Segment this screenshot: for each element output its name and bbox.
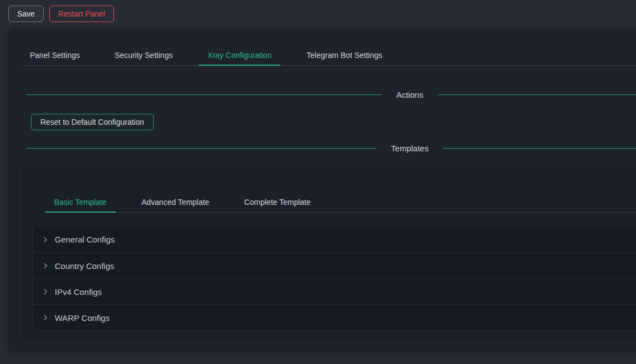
actions-divider-title: Actions [396, 90, 423, 99]
chevron-right-icon [42, 262, 49, 269]
tab-security-settings[interactable]: Security Settings [106, 46, 181, 66]
templates-card: Basic Template Advanced Template Complet… [21, 166, 636, 341]
templates-divider: Templates [27, 143, 636, 154]
divider-line [438, 94, 636, 95]
tab-complete-template[interactable]: Complete Template [235, 193, 319, 213]
tab-telegram-bot-settings[interactable]: Telegram Bot Settings [298, 46, 391, 66]
accordion-item-label: WARP Configs [55, 313, 110, 323]
tab-basic-template[interactable]: Basic Template [45, 193, 116, 213]
tab-xray-configuration[interactable]: Xray Configuration [199, 46, 280, 66]
restart-panel-button[interactable]: Restart Panel [49, 6, 114, 22]
templates-divider-title: Templates [391, 144, 429, 153]
accordion-item-warp-configs[interactable]: WARP Configs [33, 304, 636, 330]
template-tablist: Basic Template Advanced Template Complet… [45, 193, 636, 213]
divider-line [27, 148, 377, 149]
topbar: Save Restart Panel [0, 0, 636, 28]
reset-default-config-button[interactable]: Reset to Default Configuration [31, 114, 154, 130]
divider-line [443, 148, 636, 149]
tab-panel-settings[interactable]: Panel Settings [21, 46, 88, 66]
chevron-right-icon [42, 314, 49, 321]
settings-tablist: Panel Settings Security Settings Xray Co… [21, 46, 636, 66]
actions-divider: Actions [27, 89, 636, 101]
accordion-item-country-configs[interactable]: Country Configs [33, 252, 636, 278]
config-accordion: General Configs Country Configs IPv4 Con… [33, 226, 636, 331]
settings-card: Panel Settings Security Settings Xray Co… [8, 28, 636, 352]
accordion-item-ipv4-configs[interactable]: IPv4 Configs [33, 278, 636, 304]
save-button[interactable]: Save [8, 6, 44, 22]
accordion-item-label: IPv4 Configs [55, 287, 102, 297]
accordion-item-label: Country Configs [55, 261, 114, 271]
tab-advanced-template[interactable]: Advanced Template [133, 193, 218, 213]
divider-line [27, 94, 382, 95]
chevron-right-icon [42, 288, 49, 295]
chevron-right-icon [42, 236, 49, 243]
accordion-item-label: General Configs [55, 235, 114, 244]
accordion-item-general-configs[interactable]: General Configs [33, 226, 636, 252]
